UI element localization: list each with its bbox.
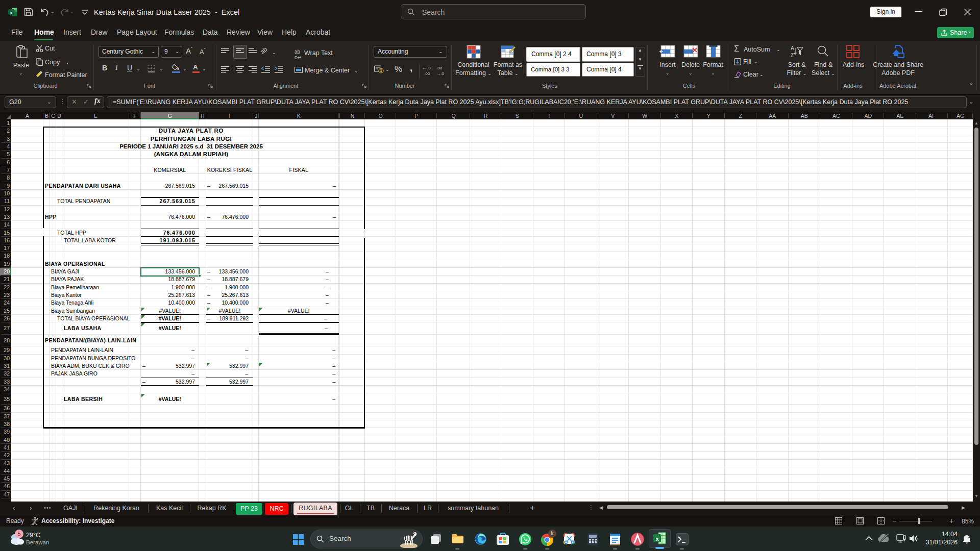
svg-text:x: x bbox=[655, 536, 659, 542]
svg-text:$: $ bbox=[380, 69, 382, 72]
svg-text:x: x bbox=[10, 10, 12, 15]
svg-text:z: z bbox=[968, 534, 970, 539]
svg-text:Z: Z bbox=[791, 53, 794, 58]
svg-text:A: A bbox=[791, 45, 794, 51]
